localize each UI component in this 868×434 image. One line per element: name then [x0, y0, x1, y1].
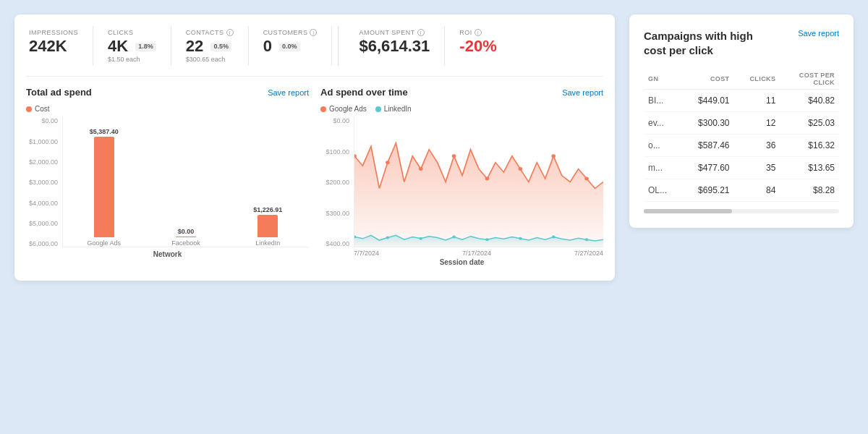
roi-info-icon[interactable]: i	[475, 29, 482, 36]
campaigns-save-report[interactable]: Save report	[798, 29, 839, 38]
bar-group-linkedin: $1,226.91 LinkedIn	[234, 206, 302, 247]
metrics-row: IMPRESSIONS 242K CLICKS 4K 1.8% $1.50 ea…	[26, 26, 603, 77]
line-x-axis-label: Session date	[320, 258, 603, 266]
y-label-4: $4,000.00	[26, 200, 58, 207]
contacts-label: CONTACTS i	[186, 29, 234, 36]
y-label-2: $2,000.00	[26, 158, 58, 166]
legend-linkedin-dot	[375, 106, 381, 112]
lx-0: 7/7/2024	[354, 250, 379, 257]
bar-rect	[94, 137, 114, 237]
cell-clicks: 11	[734, 90, 780, 112]
scrollbar-track	[644, 209, 839, 213]
y-label-3: $3,000.00	[26, 179, 58, 186]
metric-customers: CUSTOMERS i 0 0.0%	[249, 26, 333, 66]
table-row: BI... $449.01 11 $40.82	[644, 90, 839, 112]
bar-value-label: $0.00	[178, 228, 195, 235]
svg-point-12	[419, 237, 422, 240]
roi-value: -20%	[459, 38, 496, 55]
metric-contacts: CONTACTS i 22 0.5% $300.65 each	[171, 26, 249, 66]
contacts-info-icon[interactable]: i	[226, 29, 234, 36]
amount-spent-info-icon[interactable]: i	[417, 29, 425, 36]
line-area	[354, 117, 603, 247]
ly-2: $200.00	[320, 179, 349, 186]
bar-area: $5,387.40 Google Ads $0.00 Facebook $1,2…	[62, 117, 309, 247]
table-header-row: GN COST CLICKS COST PERCLICK	[644, 69, 839, 90]
lx-2: 7/27/2024	[574, 250, 603, 257]
ly-0: $0.00	[320, 117, 349, 124]
bar-chart: $6,000.00 $5,000.00 $4,000.00 $3,000.00 …	[26, 117, 309, 262]
metric-roi: ROI i -20%	[445, 26, 511, 66]
svg-point-4	[419, 167, 423, 171]
cell-clicks: 12	[734, 112, 780, 135]
campaign-table: GN COST CLICKS COST PERCLICK BI... $449.…	[644, 69, 839, 202]
cell-name: ev...	[644, 112, 681, 135]
svg-point-8	[551, 154, 556, 158]
legend-cost-label: Cost	[35, 105, 50, 113]
ly-3: $300.00	[320, 210, 349, 217]
lx-1: 7/17/2024	[462, 250, 491, 257]
charts-row: Total ad spend Save report Cost $6,000.0…	[26, 87, 603, 269]
legend-linkedin: LinkedIn	[375, 105, 412, 113]
cell-name: BI...	[644, 90, 681, 112]
bar-chart-title: Total ad spend	[26, 87, 92, 98]
svg-point-11	[386, 237, 390, 239]
svg-point-14	[485, 238, 489, 241]
bar-chart-legend: Cost	[26, 105, 309, 113]
y-label-0: $0.00	[26, 117, 58, 124]
svg-point-7	[518, 167, 522, 171]
contacts-sub: $300.65 each	[186, 56, 234, 63]
bar-y-axis: $6,000.00 $5,000.00 $4,000.00 $3,000.00 …	[26, 117, 62, 247]
bar-chart-save-report[interactable]: Save report	[268, 88, 309, 97]
col-cpc: COST PERCLICK	[780, 69, 839, 90]
y-label-5: $5,000.00	[26, 220, 58, 227]
line-chart-svg	[354, 117, 603, 247]
cell-cpc: $13.65	[780, 157, 839, 179]
bar-group-facebook: $0.00 Facebook	[152, 228, 219, 247]
customers-info-icon[interactable]: i	[310, 29, 317, 36]
cell-cost: $449.01	[681, 90, 734, 112]
y-label-6: $6,000.00	[26, 240, 58, 247]
bar-x-label: LinkedIn	[255, 239, 280, 247]
line-chart-header: Ad spend over time Save report	[320, 87, 603, 98]
svg-point-17	[585, 238, 589, 241]
ad-spend-over-time-panel: Ad spend over time Save report Google Ad…	[320, 87, 603, 269]
cell-name: o...	[644, 135, 681, 157]
total-ad-spend-panel: Total ad spend Save report Cost $6,000.0…	[26, 87, 309, 269]
col-name: GN	[644, 69, 681, 90]
svg-point-5	[452, 154, 456, 158]
amount-spent-value: $6,614.31	[359, 38, 430, 55]
col-clicks: CLICKS	[734, 69, 780, 90]
ly-1: $100.00	[320, 148, 349, 156]
cell-cost: $587.46	[681, 135, 734, 157]
svg-point-13	[452, 236, 456, 239]
impressions-value: 242K	[29, 38, 78, 55]
campaigns-title: Campaigns with high cost per click	[644, 29, 774, 57]
clicks-label: CLICKS	[108, 29, 156, 36]
line-chart-save-report[interactable]: Save report	[562, 88, 603, 97]
cell-clicks: 35	[734, 157, 780, 179]
metrics-separator	[338, 26, 339, 66]
contacts-value: 22 0.5%	[186, 38, 234, 55]
cell-cpc: $8.28	[780, 179, 839, 202]
table-row: ev... $300.30 12 $25.03	[644, 112, 839, 135]
table-row: m... $477.60 35 $13.65	[644, 157, 839, 179]
scrollbar-thumb[interactable]	[644, 209, 732, 213]
amount-spent-label: AMOUNT SPENT i	[359, 29, 430, 36]
impressions-label: IMPRESSIONS	[29, 29, 78, 36]
svg-point-6	[485, 177, 490, 181]
clicks-badge: 1.8%	[135, 43, 156, 51]
cell-cpc: $16.32	[780, 135, 839, 157]
customers-badge: 0.0%	[279, 43, 300, 51]
col-cost: COST	[681, 69, 734, 90]
legend-linkedin-label: LinkedIn	[384, 105, 412, 113]
dashboard: IMPRESSIONS 242K CLICKS 4K 1.8% $1.50 ea…	[0, 0, 868, 434]
y-label-1: $1,000.00	[26, 138, 58, 145]
metric-impressions: IMPRESSIONS 242K	[26, 26, 93, 66]
svg-point-9	[584, 177, 589, 181]
legend-google-ads-dot	[320, 106, 326, 112]
svg-marker-0	[354, 143, 603, 247]
cell-name: OL...	[644, 179, 681, 202]
right-panel: Campaigns with high cost per click Save …	[629, 14, 854, 228]
clicks-value: 4K 1.8%	[108, 38, 156, 55]
bar-x-label: Google Ads	[87, 239, 121, 247]
